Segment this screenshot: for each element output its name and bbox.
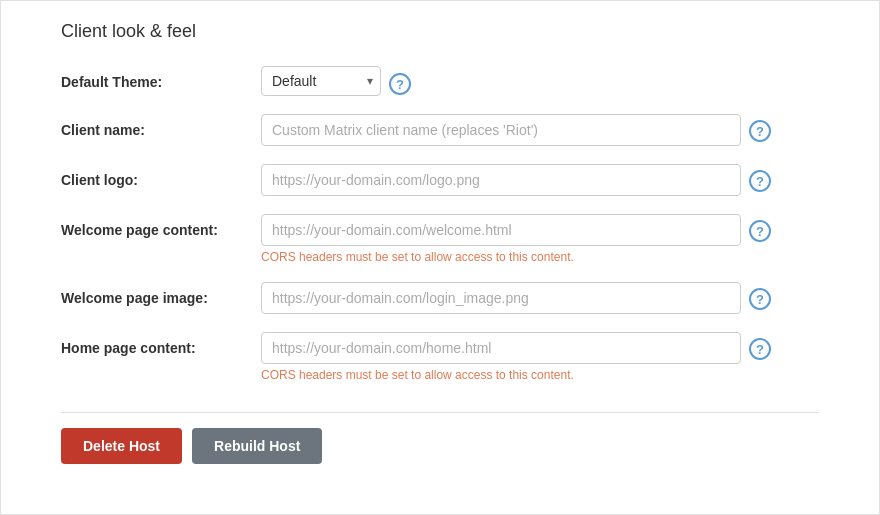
welcome-page-image-help-icon[interactable]: ? [749,288,771,310]
default-theme-label: Default Theme: [61,66,261,90]
home-page-content-input[interactable] [261,332,741,364]
client-name-input[interactable] [261,114,741,146]
home-page-content-help-icon[interactable]: ? [749,338,771,360]
footer-buttons: Delete Host Rebuild Host [61,412,819,464]
rebuild-host-button[interactable]: Rebuild Host [192,428,322,464]
client-name-row: Client name: ? [61,114,819,146]
welcome-page-image-row: Welcome page image: ? [61,282,819,314]
welcome-page-content-cors-note: CORS headers must be set to allow access… [261,250,741,264]
home-page-content-row: Home page content: CORS headers must be … [61,332,819,382]
welcome-page-image-input[interactable] [261,282,741,314]
welcome-page-image-control: ? [261,282,819,314]
client-logo-help-icon[interactable]: ? [749,170,771,192]
welcome-page-content-label: Welcome page content: [61,214,261,238]
theme-select[interactable]: Default Light Dark [261,66,381,96]
welcome-page-content-row: Welcome page content: CORS headers must … [61,214,819,264]
welcome-page-content-help-icon[interactable]: ? [749,220,771,242]
theme-select-wrapper: Default Light Dark [261,66,381,96]
default-theme-row: Default Theme: Default Light Dark ? [61,66,819,96]
client-logo-input[interactable] [261,164,741,196]
client-logo-control: ? [261,164,819,196]
client-name-label: Client name: [61,114,261,138]
client-name-control: ? [261,114,819,146]
default-theme-help-icon[interactable]: ? [389,73,411,95]
section-title: Client look & feel [61,21,819,42]
welcome-page-content-input-wrap: CORS headers must be set to allow access… [261,214,741,264]
delete-host-button[interactable]: Delete Host [61,428,182,464]
page-container: Client look & feel Default Theme: Defaul… [0,0,880,515]
default-theme-control: Default Light Dark ? [261,66,819,96]
welcome-page-content-control: CORS headers must be set to allow access… [261,214,819,264]
client-name-help-icon[interactable]: ? [749,120,771,142]
home-page-content-control: CORS headers must be set to allow access… [261,332,819,382]
welcome-page-image-label: Welcome page image: [61,282,261,306]
welcome-page-content-input[interactable] [261,214,741,246]
home-page-content-input-wrap: CORS headers must be set to allow access… [261,332,741,382]
home-page-content-cors-note: CORS headers must be set to allow access… [261,368,741,382]
client-logo-row: Client logo: ? [61,164,819,196]
home-page-content-label: Home page content: [61,332,261,356]
client-logo-label: Client logo: [61,164,261,188]
